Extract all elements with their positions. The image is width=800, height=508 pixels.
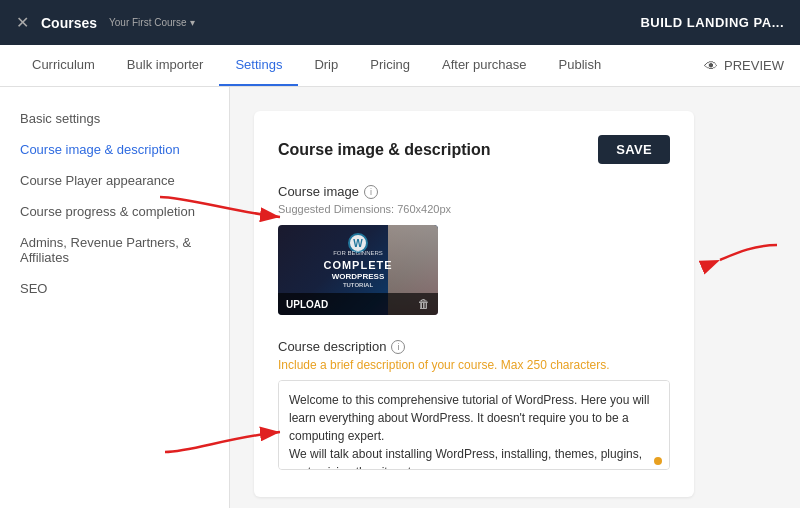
sidebar-item-course-player[interactable]: Course Player appearance	[0, 165, 229, 196]
build-landing-button[interactable]: BUILD LANDING PA...	[640, 15, 784, 30]
card-header: Course image & description SAVE	[278, 135, 670, 164]
upload-label[interactable]: UPLOAD	[286, 299, 328, 310]
course-name: Your First Course	[109, 17, 186, 28]
description-textarea[interactable]	[278, 380, 670, 470]
image-preview-container: W For Beginners COMPLETE WORDPRESS TUTOR…	[278, 225, 438, 315]
save-button[interactable]: SAVE	[598, 135, 670, 164]
sidebar-item-course-image[interactable]: Course image & description	[0, 134, 229, 165]
content-card: Course image & description SAVE Course i…	[254, 111, 694, 497]
close-button[interactable]: ✕	[16, 13, 29, 32]
sidebar-item-seo[interactable]: SEO	[0, 273, 229, 304]
sidebar-item-basic-settings[interactable]: Basic settings	[0, 103, 229, 134]
main-content: Course image & description SAVE Course i…	[230, 87, 800, 508]
preview-button[interactable]: 👁 PREVIEW	[704, 58, 784, 74]
image-info-icon[interactable]: i	[364, 185, 378, 199]
tab-curriculum[interactable]: Curriculum	[16, 45, 111, 86]
tab-settings[interactable]: Settings	[219, 45, 298, 86]
sidebar-item-course-progress[interactable]: Course progress & completion	[0, 196, 229, 227]
delete-icon[interactable]: 🗑	[418, 297, 430, 311]
tab-pricing[interactable]: Pricing	[354, 45, 426, 86]
textarea-wrapper	[278, 380, 670, 473]
description-hint: Include a brief description of your cour…	[278, 358, 670, 372]
preview-label: PREVIEW	[724, 58, 784, 73]
tab-after-purchase[interactable]: After purchase	[426, 45, 543, 86]
image-section: Course image i Suggested Dimensions: 760…	[278, 184, 670, 315]
top-bar: ✕ Courses Your First Course ▾ BUILD LAND…	[0, 0, 800, 45]
dropdown-icon: ▾	[190, 17, 195, 28]
textarea-dot	[654, 457, 662, 465]
card-title: Course image & description	[278, 141, 491, 159]
description-section: Course description i Include a brief des…	[278, 339, 670, 473]
tab-publish[interactable]: Publish	[543, 45, 618, 86]
course-selector[interactable]: Your First Course ▾	[109, 17, 195, 28]
nav-tabs: Curriculum Bulk importer Settings Drip P…	[0, 45, 800, 87]
tab-bulk-importer[interactable]: Bulk importer	[111, 45, 220, 86]
sidebar: Basic settings Course image & descriptio…	[0, 87, 230, 508]
eye-icon: 👁	[704, 58, 718, 74]
image-hint: Suggested Dimensions: 760x420px	[278, 203, 670, 215]
tab-drip[interactable]: Drip	[298, 45, 354, 86]
image-overlay: UPLOAD 🗑	[278, 293, 438, 315]
description-info-icon[interactable]: i	[391, 340, 405, 354]
description-label: Course description i	[278, 339, 670, 354]
image-label: Course image i	[278, 184, 670, 199]
image-preview-text: For Beginners COMPLETE WORDPRESS TUTORIA…	[323, 250, 392, 290]
app-title: Courses	[41, 15, 97, 31]
sidebar-item-admins[interactable]: Admins, Revenue Partners, & Affiliates	[0, 227, 229, 273]
image-preview: W For Beginners COMPLETE WORDPRESS TUTOR…	[278, 225, 438, 315]
